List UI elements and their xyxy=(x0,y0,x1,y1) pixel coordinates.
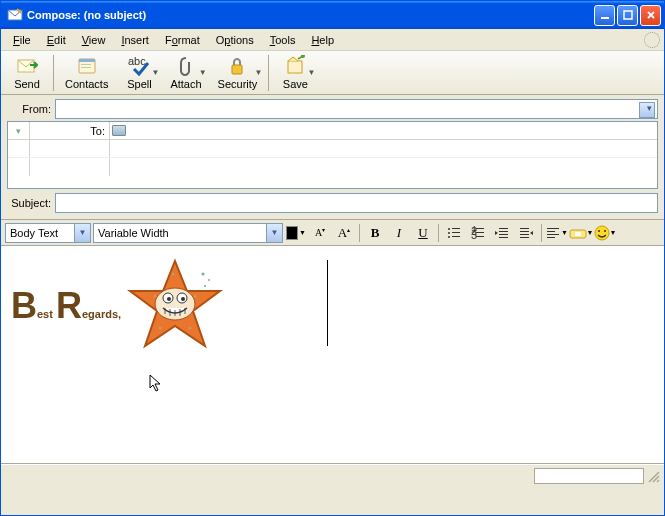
number-list-button[interactable]: 123 xyxy=(467,223,489,243)
text-color-icon xyxy=(286,226,298,240)
smaller-font-button[interactable]: A▾ xyxy=(309,223,331,243)
svg-rect-33 xyxy=(547,231,555,232)
svg-point-45 xyxy=(181,297,185,301)
svg-point-40 xyxy=(604,230,606,232)
recipient-row-empty[interactable] xyxy=(110,140,657,157)
contacts-label: Contacts xyxy=(65,78,108,90)
addressbook-icon xyxy=(112,125,126,136)
svg-rect-9 xyxy=(232,65,242,74)
outdent-button[interactable] xyxy=(491,223,513,243)
bold-button[interactable]: B xyxy=(364,223,386,243)
chevron-down-icon: ▼ xyxy=(299,229,306,236)
bold-icon: B xyxy=(371,225,380,241)
menu-format[interactable]: Format xyxy=(157,32,208,48)
underline-button[interactable]: U xyxy=(412,223,434,243)
svg-point-38 xyxy=(595,226,609,240)
starfish-image xyxy=(125,256,225,356)
svg-rect-35 xyxy=(547,237,555,238)
statusbar xyxy=(1,464,664,486)
svg-rect-13 xyxy=(452,228,460,229)
send-label: Send xyxy=(14,78,40,90)
to-label[interactable]: To: xyxy=(30,122,110,139)
svg-rect-27 xyxy=(499,237,508,238)
svg-point-12 xyxy=(448,228,450,230)
save-button[interactable]: Save ▼ xyxy=(273,53,317,93)
align-button[interactable]: ▼ xyxy=(546,223,568,243)
spell-icon: abc xyxy=(128,55,150,77)
menu-tools[interactable]: Tools xyxy=(262,32,304,48)
font-family-combo[interactable]: Variable Width ▼ xyxy=(93,223,283,243)
svg-rect-15 xyxy=(452,232,460,233)
svg-rect-21 xyxy=(476,232,484,233)
security-button[interactable]: Security ▼ xyxy=(211,53,265,93)
menu-insert[interactable]: Insert xyxy=(113,32,157,48)
message-body-editor[interactable]: Best Regards, xyxy=(1,246,664,464)
font-family-value: Variable Width xyxy=(98,227,169,239)
svg-point-16 xyxy=(448,236,450,238)
menu-options[interactable]: Options xyxy=(208,32,262,48)
insert-link-icon xyxy=(569,226,587,240)
svg-rect-28 xyxy=(520,228,529,229)
menu-view[interactable]: View xyxy=(74,32,114,48)
menu-help[interactable]: Help xyxy=(303,32,342,48)
svg-rect-6 xyxy=(81,64,91,65)
svg-rect-29 xyxy=(520,231,529,232)
minimize-button[interactable] xyxy=(594,5,615,26)
send-button[interactable]: Send xyxy=(5,53,49,93)
contacts-button[interactable]: Contacts xyxy=(58,53,115,93)
subject-field[interactable] xyxy=(55,193,658,213)
activity-indicator-icon xyxy=(644,32,660,48)
from-label: From: xyxy=(7,103,55,115)
italic-button[interactable]: I xyxy=(388,223,410,243)
outdent-icon xyxy=(495,226,509,240)
security-icon xyxy=(226,55,248,77)
from-field[interactable] xyxy=(55,99,658,119)
svg-text:abc: abc xyxy=(128,55,146,67)
chevron-down-icon: ▼ xyxy=(152,68,160,77)
chevron-down-icon: ▼ xyxy=(74,224,90,242)
svg-point-46 xyxy=(202,273,205,276)
to-field[interactable] xyxy=(110,122,657,139)
contacts-icon xyxy=(76,55,98,77)
bullet-list-button[interactable] xyxy=(443,223,465,243)
attach-label: Attach xyxy=(170,78,201,90)
svg-rect-19 xyxy=(476,228,484,229)
paragraph-style-value: Body Text xyxy=(10,227,58,239)
close-button[interactable] xyxy=(640,5,661,26)
svg-point-39 xyxy=(598,230,600,232)
svg-rect-32 xyxy=(547,228,559,229)
svg-rect-1 xyxy=(601,17,609,19)
larger-font-button[interactable]: A▴ xyxy=(333,223,355,243)
insert-link-button[interactable]: ▼ xyxy=(570,223,592,243)
svg-rect-17 xyxy=(452,236,460,237)
smiley-icon xyxy=(594,225,610,241)
svg-point-43 xyxy=(167,297,171,301)
menu-file[interactable]: File xyxy=(5,32,39,48)
format-separator xyxy=(359,224,360,242)
svg-rect-25 xyxy=(499,231,508,232)
svg-text:3: 3 xyxy=(471,229,477,240)
svg-rect-24 xyxy=(499,228,508,229)
spell-label: Spell xyxy=(127,78,151,90)
text-color-button[interactable]: ▼ xyxy=(285,223,307,243)
paragraph-style-combo[interactable]: Body Text ▼ xyxy=(5,223,91,243)
smaller-font-icon: A▾ xyxy=(315,226,325,238)
compose-icon xyxy=(7,7,23,23)
svg-rect-37 xyxy=(575,232,581,236)
menu-edit[interactable]: Edit xyxy=(39,32,74,48)
insert-smiley-button[interactable]: ▼ xyxy=(594,223,616,243)
window-title: Compose: (no subject) xyxy=(27,9,594,21)
recipient-type-dropdown[interactable]: ▾ xyxy=(8,122,30,139)
svg-rect-34 xyxy=(547,234,559,235)
indent-button[interactable] xyxy=(515,223,537,243)
larger-font-icon: A▴ xyxy=(338,225,350,241)
recipient-row-empty[interactable] xyxy=(110,158,657,176)
svg-rect-31 xyxy=(520,237,529,238)
svg-point-51 xyxy=(194,295,197,298)
svg-rect-5 xyxy=(79,59,95,62)
window-titlebar: Compose: (no subject) xyxy=(1,1,664,29)
maximize-button[interactable] xyxy=(617,5,638,26)
attach-button[interactable]: Attach ▼ xyxy=(163,53,208,93)
spell-button[interactable]: abc Spell ▼ xyxy=(117,53,161,93)
svg-rect-30 xyxy=(520,234,529,235)
